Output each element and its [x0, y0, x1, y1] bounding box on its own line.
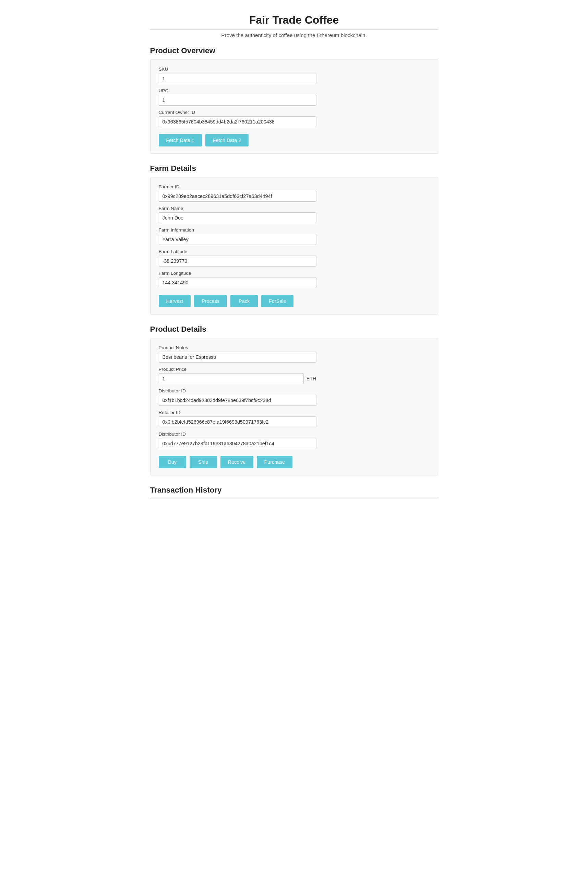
- farm-lon-input[interactable]: [159, 277, 316, 288]
- buy-button[interactable]: Buy: [159, 456, 186, 468]
- farm-name-input[interactable]: [159, 212, 316, 223]
- receive-button[interactable]: Receive: [220, 456, 254, 468]
- farm-lat-input[interactable]: [159, 255, 316, 267]
- eth-label: ETH: [306, 376, 316, 381]
- product-overview-card: SKU UPC Current Owner ID Fetch Data 1 Fe…: [150, 59, 438, 154]
- farmer-id-label: Farmer ID: [159, 184, 430, 189]
- distributor-id2-label: Distributor ID: [159, 431, 430, 437]
- sku-label: SKU: [159, 66, 430, 72]
- transaction-history-section: Transaction History: [150, 486, 438, 499]
- product-price-label: Product Price: [159, 367, 430, 372]
- retailer-id-input[interactable]: [159, 416, 316, 427]
- product-overview-section: Product Overview SKU UPC Current Owner I…: [150, 46, 438, 154]
- transaction-history-divider: [150, 498, 438, 499]
- farm-details-card: Farmer ID Farm Name Farm Information Far…: [150, 177, 438, 315]
- product-price-input[interactable]: [159, 373, 304, 384]
- distributor-id-label: Distributor ID: [159, 388, 430, 393]
- product-details-buttons: Buy Ship Receive Purchase: [159, 456, 430, 468]
- owner-id-label: Current Owner ID: [159, 110, 430, 115]
- forsale-button[interactable]: ForSale: [261, 295, 294, 307]
- product-details-title: Product Details: [150, 325, 438, 334]
- farm-details-title: Farm Details: [150, 164, 438, 173]
- farm-lat-label: Farm Latitude: [159, 249, 430, 254]
- distributor-id2-input[interactable]: [159, 438, 316, 449]
- product-details-card: Product Notes Product Price ETH Distribu…: [150, 338, 438, 475]
- upc-input[interactable]: [159, 95, 316, 106]
- farm-info-label: Farm Information: [159, 227, 430, 233]
- product-price-row: ETH: [159, 373, 316, 384]
- farm-lon-label: Farm Longitude: [159, 270, 430, 276]
- purchase-button[interactable]: Purchase: [257, 456, 293, 468]
- fetch-data-2-button[interactable]: Fetch Data 2: [206, 134, 249, 146]
- product-overview-buttons: Fetch Data 1 Fetch Data 2: [159, 134, 430, 146]
- header-divider: [150, 29, 438, 30]
- upc-label: UPC: [159, 88, 430, 93]
- pack-button[interactable]: Pack: [230, 295, 258, 307]
- distributor-id-input[interactable]: [159, 395, 316, 406]
- product-notes-label: Product Notes: [159, 345, 430, 350]
- app-subtitle: Prove the authenticity of coffee using t…: [150, 32, 438, 38]
- owner-id-input[interactable]: [159, 116, 316, 127]
- process-button[interactable]: Process: [194, 295, 227, 307]
- fetch-data-1-button[interactable]: Fetch Data 1: [159, 134, 202, 146]
- farm-info-input[interactable]: [159, 234, 316, 245]
- farm-details-section: Farm Details Farmer ID Farm Name Farm In…: [150, 164, 438, 315]
- product-notes-input[interactable]: [159, 351, 316, 363]
- farm-name-label: Farm Name: [159, 206, 430, 211]
- transaction-history-title: Transaction History: [150, 486, 438, 495]
- farm-details-buttons: Harvest Process Pack ForSale: [159, 295, 430, 307]
- retailer-id-label: Retailer ID: [159, 410, 430, 415]
- farmer-id-input[interactable]: [159, 191, 316, 202]
- ship-button[interactable]: Ship: [190, 456, 217, 468]
- app-title: Fair Trade Coffee: [150, 14, 438, 26]
- product-overview-title: Product Overview: [150, 46, 438, 55]
- product-details-section: Product Details Product Notes Product Pr…: [150, 325, 438, 475]
- harvest-button[interactable]: Harvest: [159, 295, 191, 307]
- sku-input[interactable]: [159, 73, 316, 84]
